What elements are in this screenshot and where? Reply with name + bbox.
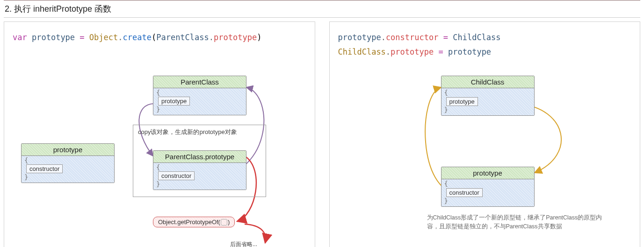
pill-callbox-icon: [221, 219, 227, 226]
tok-eq: =: [443, 33, 448, 42]
tok-open: (: [152, 33, 156, 42]
box-title: ChildClass: [441, 76, 534, 88]
box-parentclass-prototype: ParentClass.prototype { constructor }: [153, 150, 246, 191]
box-prototype-left: prototype { constructor }: [21, 143, 115, 183]
box-body: { prototype }: [441, 88, 534, 115]
tok-rhs: prototype: [448, 47, 491, 56]
box-prototype-right: prototype { constructor }: [441, 167, 535, 207]
slot-constructor: constructor: [446, 188, 483, 197]
tok-object: Object: [89, 33, 118, 42]
slot-constructor: constructor: [158, 171, 195, 180]
tok-var: var: [13, 33, 27, 42]
box-title: ParentClass: [153, 76, 246, 88]
tok-constructor: constructor: [386, 33, 439, 42]
section-title: 2. 执行 inheritPrototype 函数: [4, 0, 640, 18]
right-panel: prototype.constructor = ChildClass Child…: [329, 21, 641, 247]
call-pill: Object.getPrototypeOf(): [153, 217, 235, 227]
left-stage: prototype { constructor } ParentClass { …: [13, 57, 306, 244]
tok-proto: prototype: [214, 33, 257, 42]
box-parentclass: ParentClass { prototype }: [153, 76, 246, 116]
copy-note: copy该对象，生成新的prototype对象: [138, 128, 237, 136]
tok-fn: create: [123, 33, 152, 42]
box-title: ParentClass.prototype: [153, 151, 246, 163]
tok-class: ParentClass: [156, 33, 209, 42]
box-body: { constructor }: [22, 156, 114, 183]
box-body: { constructor }: [153, 163, 246, 190]
pill-close: ): [228, 219, 230, 226]
tok-dot: .: [381, 33, 386, 42]
tok-id: prototype: [32, 33, 75, 42]
tok-id: prototype: [338, 33, 381, 42]
tok-dot2: .: [209, 33, 214, 42]
pill-text: Object.getPrototypeOf(: [158, 219, 220, 226]
tok-dot: .: [386, 47, 391, 56]
slot-prototype: prototype: [158, 97, 190, 106]
tok-eq: =: [80, 33, 84, 42]
ellipsis-note: 后面省略...: [230, 240, 257, 247]
tok-close: ): [257, 33, 261, 42]
box-body: { constructor }: [441, 179, 534, 206]
tok-proto: prototype: [391, 47, 434, 56]
tok-eq: =: [438, 47, 443, 56]
left-panel: var prototype = Object.create(ParentClas…: [4, 21, 315, 247]
tok-dot: .: [118, 33, 123, 42]
right-note: 为ChildClass形成了一个新的原型链，继承了ParentClass的原型内…: [427, 213, 605, 231]
box-title: prototype: [22, 144, 114, 156]
slot-prototype: prototype: [446, 97, 478, 106]
box-title: prototype: [441, 167, 534, 179]
tok-rhs: ChildClass: [453, 33, 500, 42]
right-stage: ChildClass { prototype } prototype { con…: [338, 71, 632, 230]
right-code-line-1: prototype.constructor = ChildClass Child…: [338, 30, 632, 59]
slot-constructor: constructor: [26, 164, 63, 173]
tok-class: ChildClass: [338, 47, 386, 56]
panels: var prototype = Object.create(ParentClas…: [4, 21, 640, 247]
box-body: { prototype }: [153, 88, 246, 115]
box-childclass: ChildClass { prototype }: [441, 76, 535, 116]
left-code-line: var prototype = Object.create(ParentClas…: [13, 30, 306, 45]
